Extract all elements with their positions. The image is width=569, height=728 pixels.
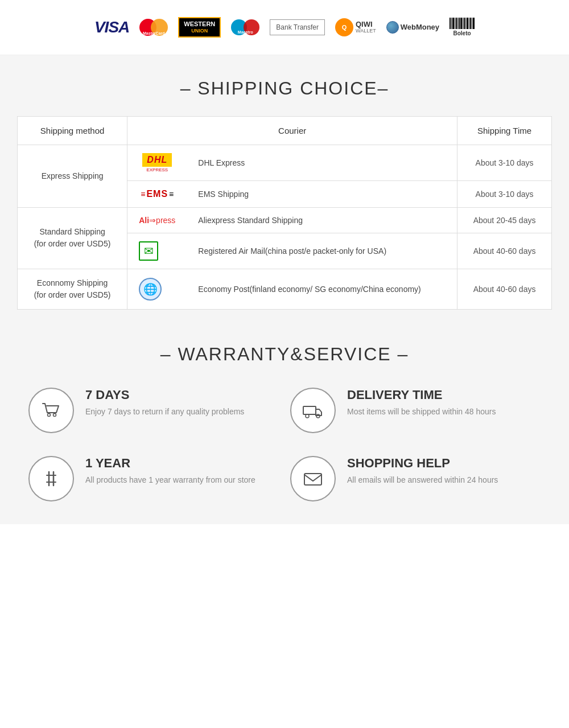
truck-icon — [302, 399, 324, 422]
shipping-title: – SHIPPING CHOICE– — [17, 78, 552, 99]
ems-courier-name: EMS Shipping — [187, 180, 457, 207]
un-logo-cell: 🌐 — [127, 269, 187, 309]
economy-courier-name: Economy Post(finland economy/ SG economy… — [187, 269, 457, 309]
webmoney-text: WebMoney — [401, 23, 439, 31]
table-row: Express Shipping DHL EXPRESS DHL Express… — [18, 145, 552, 180]
ems-time: About 3-10 days — [457, 180, 552, 207]
ems-logo-cell: ≡ EMS ≡ — [127, 180, 187, 207]
chinapost-time: About 40-60 days — [457, 233, 552, 269]
shopping-help-title: SHOPPING HELP — [347, 456, 498, 471]
truck-icon-circle — [290, 388, 336, 433]
7days-desc: Enjoy 7 days to return if any quality pr… — [85, 406, 244, 418]
webmoney-globe — [386, 21, 399, 34]
dhl-courier-name: DHL Express — [187, 145, 457, 180]
svg-point-0 — [48, 413, 51, 416]
dhl-logo: DHL EXPRESS — [139, 153, 175, 172]
shipping-section: – SHIPPING CHOICE– Shipping method Couri… — [0, 55, 569, 332]
table-header-row: Shipping method Courier Shipping Time — [18, 116, 552, 145]
col-header-courier: Courier — [127, 116, 457, 145]
chinapost-courier-name: Registered Air Mail(china post/e packet-… — [187, 233, 457, 269]
col-header-time: Shipping Time — [457, 116, 552, 145]
economy-shipping-label: Econnomy Shipping(for order over USD5) — [18, 269, 127, 309]
dhl-logo-cell: DHL EXPRESS — [127, 145, 187, 180]
mail-icon-circle — [290, 456, 336, 501]
1year-desc: All products have 1 year warranty from o… — [85, 474, 255, 486]
table-row: Standard Shipping(for order over USD5) A… — [18, 207, 552, 233]
dhl-time: About 3-10 days — [457, 145, 552, 180]
1year-title: 1 YEAR — [85, 456, 255, 471]
warranty-item-delivery: DELIVERY TIME Most items will be shipped… — [290, 388, 541, 433]
payment-section: VISA MasterCard WESTERN UNION Maestro Ba… — [0, 0, 569, 55]
ali-courier-name: Aliexpress Standard Shipping — [187, 207, 457, 233]
boleto-logo: Boleto — [450, 18, 475, 36]
mastercard-text: MasterCard — [143, 31, 165, 35]
svg-point-1 — [53, 413, 56, 416]
7days-title: 7 DAYS — [85, 388, 244, 402]
bank-transfer-logo: Bank Transfer — [270, 19, 325, 35]
aliexpress-logo: Ali⇒press — [139, 216, 175, 225]
delivery-desc: Most items will be shipped within 48 hou… — [347, 406, 496, 418]
warranty-section: – WARRANTY&SERVICE – 7 DAYS Enjoy 7 days… — [0, 332, 569, 524]
qiwi-circle: Q — [335, 18, 353, 36]
mail-icon — [302, 467, 324, 490]
tools-icon — [40, 467, 63, 490]
7days-content: 7 DAYS Enjoy 7 days to return if any qua… — [85, 388, 244, 418]
1year-content: 1 YEAR All products have 1 year warranty… — [85, 456, 255, 486]
ali-time: About 20-45 days — [457, 207, 552, 233]
shopping-help-content: SHOPPING HELP All emails will be answere… — [347, 456, 498, 486]
chinapost-logo-cell: ✉ — [127, 233, 187, 269]
delivery-content: DELIVERY TIME Most items will be shipped… — [347, 388, 496, 418]
mastercard-logo: MasterCard — [139, 18, 168, 36]
webmoney-logo: WebMoney — [386, 21, 439, 34]
warranty-title: – WARRANTY&SERVICE – — [17, 344, 552, 365]
warranty-item-1year: 1 YEAR All products have 1 year warranty… — [28, 456, 279, 501]
express-shipping-label: Express Shipping — [18, 145, 127, 207]
cart-icon-circle — [28, 388, 74, 433]
warranty-item-shopping-help: SHOPPING HELP All emails will be answere… — [290, 456, 541, 501]
chinapost-logo: ✉ — [139, 241, 158, 261]
table-row: Econnomy Shipping(for order over USD5) 🌐… — [18, 269, 552, 309]
delivery-title: DELIVERY TIME — [347, 388, 496, 402]
ems-logo: ≡ EMS ≡ — [139, 189, 175, 199]
boleto-text: Boleto — [453, 30, 471, 36]
shopping-help-desc: All emails will be answered within 24 ho… — [347, 474, 498, 486]
cart-icon — [40, 399, 63, 422]
economy-time: About 40-60 days — [457, 269, 552, 309]
un-logo: 🌐 — [139, 278, 162, 301]
ali-logo-cell: Ali⇒press — [127, 207, 187, 233]
visa-logo: VISA — [94, 18, 129, 36]
svg-rect-9 — [304, 474, 321, 485]
warranty-item-7days: 7 DAYS Enjoy 7 days to return if any qua… — [28, 388, 279, 433]
shipping-table: Shipping method Courier Shipping Time Ex… — [17, 116, 552, 310]
western-union-logo: WESTERN UNION — [178, 17, 221, 38]
qiwi-logo: Q QIWI WALLET — [335, 18, 376, 36]
maestro-logo: Maestro — [231, 18, 259, 36]
maestro-text: Maestro — [238, 30, 253, 34]
standard-shipping-label: Standard Shipping(for order over USD5) — [18, 207, 127, 269]
svg-rect-2 — [303, 406, 316, 414]
tools-icon-circle — [28, 456, 74, 501]
warranty-grid: 7 DAYS Enjoy 7 days to return if any qua… — [28, 388, 541, 501]
col-header-method: Shipping method — [18, 116, 127, 145]
